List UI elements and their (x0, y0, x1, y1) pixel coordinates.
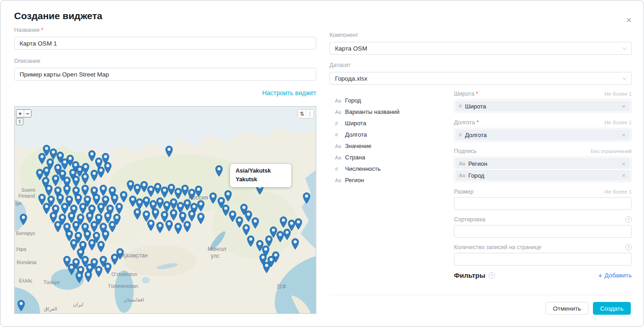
map-place-label: Укра (15, 246, 26, 252)
limit-hint: Без ограничений (591, 148, 632, 155)
name-label: Название * (14, 26, 316, 34)
mapping-chipbox[interactable]: AaРегион×AaГород× (454, 157, 632, 182)
mapping-row: Долгота *Не более 1#Долгота× (454, 119, 632, 142)
dataset-field-item[interactable]: AaСтрана (335, 152, 447, 163)
mapping-label: Размер (454, 188, 474, 195)
mapping-label: Количество записей на странице (454, 244, 541, 251)
required-asterisk: * (474, 91, 478, 97)
chip-label: Широта (465, 103, 620, 110)
more-menu-icon[interactable]: ⋮ (306, 110, 314, 118)
mapping-input[interactable] (454, 225, 632, 238)
dataset-field-item[interactable]: #Долгота (335, 129, 447, 140)
chip-label: Город (468, 172, 620, 179)
help-icon[interactable]: ? (625, 244, 632, 250)
map-place-label: Türkmenistan (108, 283, 138, 289)
text-field-icon: Aa (459, 161, 465, 166)
dataset-field-item[interactable]: AaРегион (335, 174, 447, 186)
mapping-row: ПодписьБез ограниченийAaРегион×AaГород× (454, 148, 632, 182)
remove-chip-icon[interactable]: × (620, 132, 627, 138)
name-input[interactable] (14, 37, 316, 50)
configure-widget-link[interactable]: Настроить виджет (262, 89, 316, 97)
reset-view-button[interactable]: ⇧ (16, 118, 23, 125)
add-filter-button[interactable]: + Добавить (598, 272, 632, 279)
field-label: Численность (345, 165, 381, 172)
text-field-icon: Aa (335, 155, 345, 160)
map-place-label: ايران (73, 301, 83, 307)
filters-label: Фильтры (454, 271, 485, 279)
zoom-control: + − (16, 109, 31, 118)
component-select[interactable]: Карта OSM (330, 42, 632, 55)
required-asterisk: * (475, 119, 479, 126)
field-label: Город (345, 97, 361, 104)
mapping-chipbox[interactable]: #Долгота× (454, 128, 632, 142)
zoom-in-button[interactable]: + (16, 110, 24, 117)
map-place-label: Suomi (21, 187, 35, 193)
map-canvas: SuomiFinlandigeБеларусУкраRomâniaΕλλάςTü… (15, 107, 316, 313)
dataset-field-item[interactable]: AaЗначение (335, 140, 447, 152)
text-field-icon: Aa (335, 109, 345, 115)
filters-section: Фильтры ? + Добавить (454, 271, 632, 279)
limit-hint: Не более 1 (604, 119, 632, 126)
map-place-label: Қазақстан (122, 252, 147, 259)
dataset-field-item[interactable]: #Широта (335, 118, 447, 129)
aral-sea (142, 277, 150, 283)
add-filter-label: Добавить (604, 272, 632, 279)
mapping-input[interactable] (454, 197, 632, 210)
chip-label: Регион (468, 160, 620, 167)
mapping-chipbox[interactable]: #Широта× (454, 99, 632, 113)
remove-chip-icon[interactable]: × (620, 160, 627, 167)
field-chip[interactable]: #Широта× (455, 101, 630, 112)
component-value: Карта OSM (335, 45, 367, 52)
footer-divider (330, 295, 632, 295)
popup-city: Yakutsk (236, 176, 286, 183)
remove-chip-icon[interactable]: × (620, 103, 627, 110)
map-place-label: O'zbekiston (112, 271, 138, 277)
number-field-icon: # (459, 103, 462, 109)
number-field-icon: # (335, 132, 345, 138)
popup-timezone: Asia/Yakutsk (236, 168, 286, 174)
close-icon[interactable]: × (624, 13, 634, 26)
chevron-down-icon (623, 75, 627, 80)
mapping-label: Широта * (454, 90, 478, 97)
mapping-input[interactable] (454, 253, 632, 266)
filters-help-icon[interactable]: ? (489, 272, 495, 279)
dataset-field-item[interactable]: AaГород (335, 95, 447, 106)
dataset-field-item[interactable]: #Численность (335, 163, 447, 174)
dataset-select[interactable]: Города.xlsx (330, 72, 632, 85)
map-place-label: ige (15, 200, 22, 206)
sort-icon[interactable]: ⇅ (298, 110, 306, 118)
mapping-row: РазмерНе более 1 (454, 188, 632, 210)
help-icon[interactable]: ? (625, 216, 632, 223)
map-place-label: Беларус (16, 230, 36, 236)
mapping-row: Широта *Не более 1#Широта× (454, 90, 632, 113)
field-label: Регион (345, 177, 364, 184)
text-field-icon: Aa (335, 143, 345, 149)
text-field-icon: Aa (459, 173, 465, 178)
text-field-icon: Aa (335, 178, 345, 183)
description-input[interactable] (14, 68, 316, 81)
create-button[interactable]: Создать (593, 302, 631, 315)
plus-icon: + (598, 272, 603, 279)
create-widget-dialog: Создание виджета × Название * Описание Н… (0, 0, 644, 327)
map-place-label: Türkiye (43, 280, 60, 285)
map-preview[interactable]: SuomiFinlandigeБеларусУкраRomâniaΕλλάςTü… (14, 106, 316, 314)
mapping-row: Сортировка? (454, 216, 632, 238)
field-chip[interactable]: AaРегион× (455, 158, 630, 169)
remove-chip-icon[interactable]: × (620, 172, 627, 179)
footer-buttons: Отменить Создать (546, 302, 631, 315)
map-toolbar: ⇅ ⋮ (298, 109, 314, 118)
dialog-title: Создание виджета (14, 10, 102, 21)
chip-label: Долгота (465, 132, 620, 138)
field-chip[interactable]: #Долгота× (455, 129, 630, 140)
text-field-icon: Aa (335, 98, 345, 103)
map-place-label: Монгол (208, 246, 227, 252)
zoom-out-button[interactable]: − (24, 110, 31, 117)
field-chip[interactable]: AaГород× (455, 170, 630, 181)
required-asterisk: * (41, 27, 43, 33)
cancel-button[interactable]: Отменить (546, 302, 588, 315)
map-place-label: 日本 (277, 284, 287, 289)
field-label: Широта (345, 120, 366, 127)
dataset-field-item[interactable]: AaВарианты названий (335, 106, 447, 118)
map-place-label: العراق (44, 306, 57, 312)
chevron-down-icon (623, 45, 627, 50)
